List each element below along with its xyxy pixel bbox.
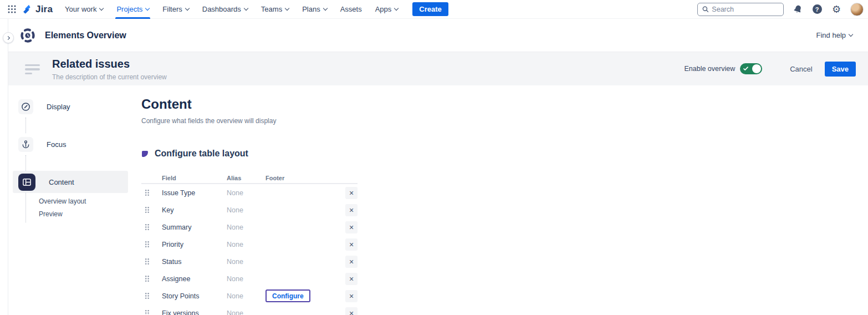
nav-item-label: Projects [116,5,142,13]
table-row: Fix versions None × [141,304,358,315]
top-nav-bar: Jira Your workProjectsFiltersDashboardsT… [0,0,868,19]
chevron-right-icon [6,35,9,39]
nav-item-label: Assets [340,5,362,13]
remove-field-button[interactable]: × [345,307,358,315]
drag-handle-icon[interactable] [145,309,152,315]
nav-item-your-work[interactable]: Your work [65,0,103,19]
field-table: Field Alias Footer Issue Type None × [141,172,358,315]
sidebar-expand-button[interactable] [3,32,14,43]
user-avatar[interactable] [850,3,864,16]
find-help-button[interactable]: Find help [816,31,852,39]
nav-item-projects[interactable]: Projects [116,0,149,19]
table-row: Issue Type None × [141,184,358,201]
drag-handle-icon[interactable] [145,241,152,248]
nav-item-plans[interactable]: Plans [302,0,327,19]
elements-overview-app-icon [19,27,36,44]
chevron-down-icon [323,6,327,10]
chevron-down-icon [185,6,190,10]
footer-cell: Configure [265,289,345,302]
remove-field-button[interactable]: × [345,290,358,302]
alias-value[interactable]: None [227,258,265,266]
chevron-down-icon [849,32,853,36]
table-row: Key None × [141,201,358,219]
sidebar-item-content[interactable]: Content [13,171,128,193]
help-icon[interactable]: ? [811,4,823,15]
overview-title: Related issues [52,57,167,70]
chevron-down-icon [145,6,150,10]
remove-field-button[interactable]: × [345,204,358,216]
alias-value[interactable]: None [227,189,265,197]
section-marker-icon [141,150,149,157]
table-header: Field Alias Footer [141,172,358,184]
settings-step-sidebar: Display Focus [8,85,134,314]
focus-anchor-icon [18,137,33,152]
drag-handle-icon[interactable] [145,189,152,196]
field-name: Issue Type [162,189,227,197]
nav-item-filters[interactable]: Filters [162,0,188,19]
nav-item-label: Plans [302,5,320,13]
nav-item-apps[interactable]: Apps [375,0,399,19]
nav-item-label: Apps [375,5,392,13]
column-header-alias: Alias [227,175,265,181]
sidebar-item-focus[interactable]: Focus [8,133,128,155]
drag-handle-icon[interactable] [145,292,152,299]
page-subtitle: Configure what fields the overview will … [141,117,868,125]
configure-table-layout-section[interactable]: Configure table layout [141,149,868,159]
sidebar-item-preview[interactable]: Preview [39,210,134,218]
notifications-bell-icon[interactable] [792,4,803,15]
table-row: Summary None × [141,219,358,236]
field-name: Status [162,258,227,266]
table-row: Status None × [141,253,358,270]
content-panel: Content Configure what fields the overvi… [134,85,868,314]
nav-item-assets[interactable]: Assets [340,0,362,19]
drag-handle-icon[interactable] [145,223,152,231]
sidebar-item-overview-layout[interactable]: Overview layout [39,197,134,205]
table-body: Issue Type None × Key None × [141,184,358,315]
field-name: Summary [162,223,227,231]
remove-field-button[interactable]: × [345,221,358,233]
remove-field-button[interactable]: × [345,238,358,251]
drag-handle-icon[interactable] [145,258,152,265]
alias-value[interactable]: None [227,206,265,214]
nav-item-teams[interactable]: Teams [261,0,289,19]
sidebar-item-display[interactable]: Display [8,95,128,118]
primary-nav: Your workProjectsFiltersDashboardsTeamsP… [65,0,398,18]
app-switcher-icon[interactable] [6,3,18,16]
create-button[interactable]: Create [412,2,448,16]
jira-logo[interactable]: Jira [22,4,53,15]
drag-lines-icon[interactable] [25,57,40,75]
alias-value[interactable]: None [227,275,265,283]
field-name: Key [162,206,227,214]
section-title: Configure table layout [155,149,248,159]
step-connector [25,118,134,133]
jira-mark-icon [22,4,33,15]
alias-value[interactable]: None [227,309,265,315]
drag-handle-icon[interactable] [145,275,152,282]
remove-field-button[interactable]: × [345,187,358,199]
save-button[interactable]: Save [825,62,856,77]
field-name: Priority [162,241,227,248]
search-box[interactable] [697,3,784,16]
drag-handle-icon[interactable] [145,206,152,214]
enable-overview-toggle[interactable] [740,63,762,74]
alias-value[interactable]: None [227,223,265,231]
nav-item-dashboards[interactable]: Dashboards [202,0,248,19]
search-icon [702,6,708,13]
display-gauge-icon [18,99,33,114]
chevron-down-icon [99,6,104,10]
configure-button[interactable]: Configure [265,289,310,302]
check-icon [743,67,748,71]
field-name: Story Points [162,292,227,300]
chevron-down-icon [285,6,289,10]
remove-field-button[interactable]: × [345,256,358,268]
grid-dots-icon [8,5,16,13]
alias-value[interactable]: None [227,241,265,248]
alias-value[interactable]: None [227,292,265,300]
cancel-button[interactable]: Cancel [785,62,816,77]
remove-field-button[interactable]: × [345,273,358,285]
settings-gear-icon[interactable]: ⚙ [831,4,842,15]
chevron-down-icon [244,6,248,10]
search-input[interactable] [712,6,779,13]
field-name: Fix versions [162,309,227,315]
column-header-footer: Footer [265,175,358,181]
